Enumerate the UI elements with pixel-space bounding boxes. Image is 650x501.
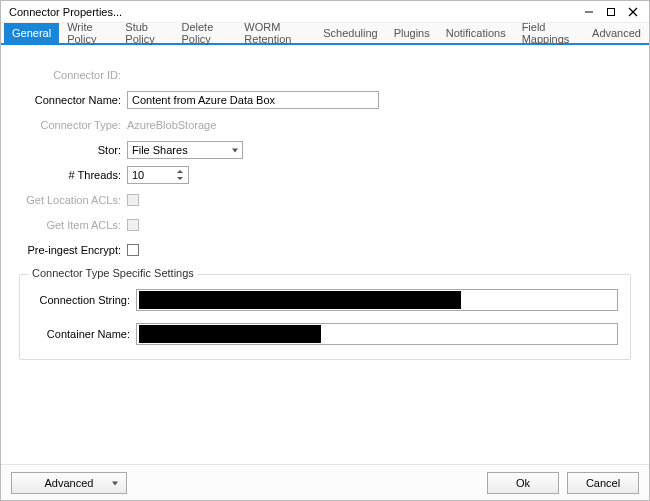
stor-label: Stor:	[19, 144, 127, 156]
advanced-button[interactable]: Advanced	[11, 472, 127, 494]
stor-value: File Shares	[132, 144, 188, 156]
tab-strip: General Write Policy Stub Policy Delete …	[1, 23, 649, 45]
group-title: Connector Type Specific Settings	[28, 267, 198, 279]
chevron-up-icon	[177, 170, 183, 173]
cancel-button[interactable]: Cancel	[567, 472, 639, 494]
threads-spinner[interactable]: 10	[127, 166, 189, 184]
get-location-acls-label: Get Location ACLs:	[19, 194, 127, 206]
maximize-icon	[606, 7, 616, 17]
tab-label: Advanced	[592, 27, 641, 39]
tab-label: Notifications	[446, 27, 506, 39]
threads-decrement[interactable]	[173, 175, 187, 182]
get-item-acls-checkbox	[127, 219, 139, 231]
threads-increment[interactable]	[173, 168, 187, 175]
tab-label: WORM Retention	[244, 21, 307, 45]
chevron-down-icon	[177, 177, 183, 180]
ok-button[interactable]: Ok	[487, 472, 559, 494]
chevron-down-icon	[232, 148, 238, 152]
connector-id-label: Connector ID:	[19, 69, 127, 81]
threads-label: # Threads:	[19, 169, 127, 181]
minimize-icon	[584, 7, 594, 17]
get-item-acls-label: Get Item ACLs:	[19, 219, 127, 231]
container-name-input[interactable]	[136, 323, 618, 345]
minimize-button[interactable]	[579, 4, 599, 20]
close-icon	[628, 7, 638, 17]
tab-label: Plugins	[394, 27, 430, 39]
tab-label: Field Mappings	[522, 21, 576, 45]
tab-delete-policy[interactable]: Delete Policy	[174, 23, 237, 43]
tab-label: Scheduling	[323, 27, 377, 39]
container-name-label: Container Name:	[32, 328, 136, 340]
redacted-value	[139, 291, 461, 309]
cancel-button-label: Cancel	[586, 477, 620, 489]
tab-write-policy[interactable]: Write Policy	[59, 23, 117, 43]
tab-label: Delete Policy	[182, 21, 229, 45]
chevron-down-icon	[112, 481, 118, 485]
pre-ingest-encrypt-label: Pre-ingest Encrypt:	[19, 244, 127, 256]
redacted-value	[139, 325, 321, 343]
tab-worm-retention[interactable]: WORM Retention	[236, 23, 315, 43]
tab-plugins[interactable]: Plugins	[386, 23, 438, 43]
tab-general[interactable]: General	[4, 23, 59, 43]
tab-scheduling[interactable]: Scheduling	[315, 23, 385, 43]
tab-label: General	[12, 27, 51, 39]
maximize-button[interactable]	[601, 4, 621, 20]
connection-string-label: Connection String:	[32, 294, 136, 306]
ok-button-label: Ok	[516, 477, 530, 489]
tab-advanced[interactable]: Advanced	[584, 23, 649, 43]
tab-notifications[interactable]: Notifications	[438, 23, 514, 43]
threads-value: 10	[132, 169, 144, 181]
window-title: Connector Properties...	[9, 6, 122, 18]
tab-label: Write Policy	[67, 21, 109, 45]
pre-ingest-encrypt-checkbox[interactable]	[127, 244, 139, 256]
dialog-footer: Advanced Ok Cancel	[1, 464, 649, 500]
tab-stub-policy[interactable]: Stub Policy	[117, 23, 173, 43]
connector-type-specific-group: Connector Type Specific Settings Connect…	[19, 274, 631, 360]
advanced-button-label: Advanced	[45, 477, 94, 489]
close-button[interactable]	[623, 4, 643, 20]
connector-type-value: AzureBlobStorage	[127, 119, 216, 131]
tab-label: Stub Policy	[125, 21, 165, 45]
svg-rect-1	[608, 8, 615, 15]
connector-name-input[interactable]	[127, 91, 379, 109]
connector-name-label: Connector Name:	[19, 94, 127, 106]
connection-string-input[interactable]	[136, 289, 618, 311]
get-location-acls-checkbox	[127, 194, 139, 206]
connector-type-label: Connector Type:	[19, 119, 127, 131]
content-area: Connector ID: Connector Name: Connector …	[1, 47, 649, 464]
stor-dropdown[interactable]: File Shares	[127, 141, 243, 159]
tab-field-mappings[interactable]: Field Mappings	[514, 23, 584, 43]
title-bar: Connector Properties...	[1, 1, 649, 23]
